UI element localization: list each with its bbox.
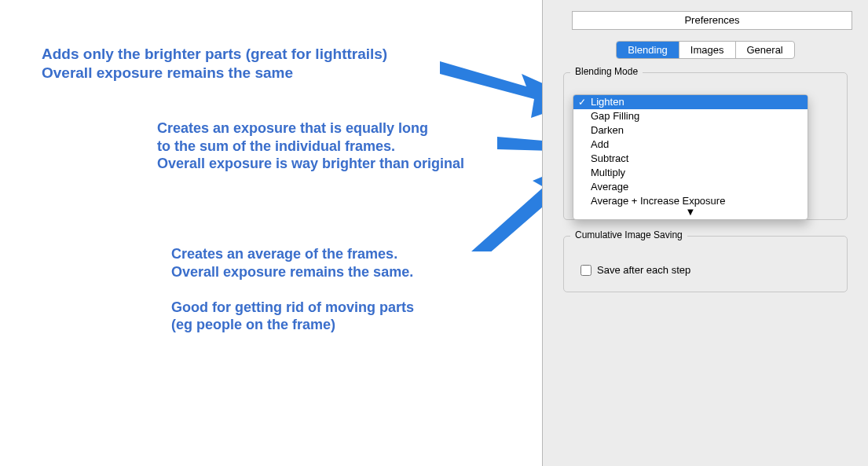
tab-blending[interactable]: Blending — [617, 42, 679, 58]
option-average[interactable]: Average — [573, 180, 808, 194]
preferences-panel: Preferences Blending Images General Blen… — [542, 0, 868, 466]
option-subtract[interactable]: Subtract — [573, 152, 808, 166]
option-multiply[interactable]: Multiply — [573, 166, 808, 180]
tabs-container: Blending Images General — [543, 41, 868, 59]
dropdown-more-icon[interactable]: ▼ — [573, 208, 808, 219]
option-add[interactable]: Add — [573, 138, 808, 152]
save-after-each-step-checkbox[interactable] — [580, 265, 591, 276]
group-blending-mode-legend: Blending Mode — [570, 66, 643, 77]
blending-mode-dropdown[interactable]: Lighten Gap Filling Darken Add Subtract … — [573, 94, 808, 220]
option-average-increase-exposure[interactable]: Average + Increase Exposure — [573, 194, 808, 208]
preferences-titlebar: Preferences — [572, 11, 852, 30]
annotation-average: Creates an average of the frames. Overal… — [171, 245, 414, 334]
save-after-each-step-label: Save after each step — [597, 264, 690, 276]
option-darken[interactable]: Darken — [573, 123, 808, 138]
annotation-add: Creates an exposure that is equally long… — [157, 119, 464, 173]
group-cumulative-saving-legend: Cumulative Image Saving — [570, 229, 687, 240]
option-gap-filling[interactable]: Gap Filling — [573, 109, 808, 123]
option-lighten[interactable]: Lighten — [573, 95, 808, 109]
tab-general[interactable]: General — [736, 42, 794, 58]
save-after-each-step-row[interactable]: Save after each step — [580, 264, 690, 276]
annotation-lighten: Adds only the brighter parts (great for … — [42, 45, 387, 83]
tab-images[interactable]: Images — [679, 42, 736, 58]
tab-segment: Blending Images General — [616, 41, 795, 59]
